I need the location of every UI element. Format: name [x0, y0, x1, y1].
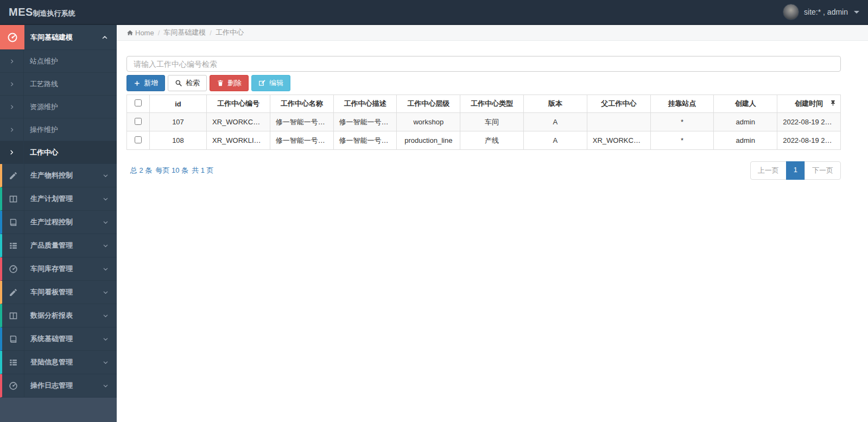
user-menu[interactable]: site:* , admin — [783, 4, 859, 20]
caret-down-icon — [854, 11, 859, 14]
sidebar-group-label: 车间基础建模 — [24, 25, 102, 49]
sidebar-item-label: 登陆信息管理 — [24, 351, 103, 374]
column-header-parent: 父工作中心 — [587, 95, 650, 113]
row-select-cell — [127, 131, 150, 150]
edit-button[interactable]: 编辑 — [251, 75, 290, 91]
sidebar-item-label: 工作中心 — [24, 141, 117, 163]
search-input[interactable] — [126, 56, 841, 72]
column-header-code: 工作中心编号 — [207, 95, 270, 113]
page-count-label: 共 1 页 — [192, 166, 213, 175]
row-checkbox[interactable] — [135, 136, 142, 143]
sidebar-item-label: 生产计划管理 — [24, 187, 103, 210]
chevron-down-icon — [103, 351, 117, 374]
breadcrumb-current: 工作中心 — [216, 28, 244, 37]
column-header-creator: 创建人 — [714, 95, 777, 113]
sidebar-item-label: 工艺路线 — [24, 73, 117, 95]
sidebar-item-label: 资源维护 — [24, 96, 117, 118]
sidebar-item-workshop-kanban-management[interactable]: 车间看板管理 — [0, 281, 117, 304]
sidebar-item-label: 车间看板管理 — [24, 281, 103, 304]
sidebar-item-production-plan-management[interactable]: 生产计划管理 — [0, 187, 117, 211]
search-button-label: 检索 — [186, 78, 200, 88]
chevron-down-icon — [103, 374, 117, 397]
header-select-all — [127, 95, 150, 113]
sidebar-item-operation-log-management[interactable]: 操作日志管理 — [0, 374, 117, 398]
column-header-id: id — [150, 95, 207, 113]
sidebar-item-production-material-control[interactable]: 生产物料控制 — [0, 164, 117, 187]
search-icon — [175, 79, 182, 87]
edit-button-label: 编辑 — [269, 78, 283, 88]
chevron-down-icon — [103, 234, 117, 257]
breadcrumb-level1[interactable]: 车间基础建模 — [163, 28, 206, 37]
chevron-right-icon — [0, 96, 24, 118]
trash-icon — [217, 79, 224, 87]
delete-button-label: 删除 — [227, 78, 242, 88]
sidebar-item-data-analysis-report[interactable]: 数据分析报表 — [0, 304, 117, 327]
breadcrumb-separator: / — [210, 29, 212, 37]
toolbar: 新增 检索 删除 编辑 — [126, 75, 841, 91]
sidebar-item-process-route[interactable]: 工艺路线 — [0, 73, 117, 96]
select-all-checkbox[interactable] — [135, 99, 142, 106]
sidebar-item-production-process-control[interactable]: 生产过程控制 — [0, 211, 117, 234]
sidebar-item-label: 生产物料控制 — [24, 164, 103, 187]
column-header-create-time: 创建时间 — [777, 95, 841, 113]
table-row[interactable]: 108 XR_WORKLINE... 修一智能一号S... 修一智能一号S...… — [127, 131, 841, 150]
sidebar-group-workshop-modeling[interactable]: 车间基础建模 — [0, 25, 117, 50]
chevron-down-icon — [103, 257, 117, 280]
pagination: 上一页 1 下一页 — [751, 161, 841, 180]
chevron-right-icon — [0, 118, 24, 141]
chevron-down-icon — [103, 211, 117, 234]
column-header-type: 工作中心类型 — [460, 95, 524, 113]
row-checkbox[interactable] — [135, 118, 142, 125]
edit-icon — [2, 281, 24, 304]
row-select-cell — [127, 113, 150, 131]
topbar: MES制造执行系统 site:* , admin — [0, 0, 868, 25]
page-size-selector[interactable]: 每页 10 条 — [155, 166, 188, 175]
sidebar-item-label: 操作维护 — [24, 118, 117, 141]
add-button-label: 新增 — [144, 78, 158, 88]
breadcrumb-separator: / — [158, 29, 160, 37]
sidebar-item-operation-maintenance[interactable]: 操作维护 — [0, 118, 117, 141]
column-header-site: 挂靠站点 — [650, 95, 714, 113]
list-icon — [2, 234, 24, 257]
sidebar-item-label: 站点维护 — [24, 50, 117, 72]
sidebar-item-site-maintenance[interactable]: 站点维护 — [0, 50, 117, 73]
sidebar-item-login-info-management[interactable]: 登陆信息管理 — [0, 351, 117, 374]
sidebar-item-label: 生产过程控制 — [24, 211, 103, 234]
logo-main: MES — [9, 6, 33, 18]
sidebar-item-label: 产品质量管理 — [24, 234, 103, 257]
table-row[interactable]: 107 XR_WORKCEN... 修一智能一号车间 修一智能一号车间 work… — [127, 113, 841, 131]
sidebar-item-resource-maintenance[interactable]: 资源维护 — [0, 96, 117, 118]
dashboard-icon — [2, 257, 24, 280]
delete-button[interactable]: 删除 — [210, 75, 249, 91]
prev-page-button[interactable]: 上一页 — [750, 161, 787, 180]
chevron-down-icon — [103, 281, 117, 304]
sidebar-item-work-center[interactable]: 工作中心 — [0, 141, 117, 164]
add-button[interactable]: 新增 — [126, 75, 165, 91]
chevron-down-icon — [103, 304, 117, 327]
next-page-button[interactable]: 下一页 — [804, 161, 841, 180]
sidebar-item-workshop-inventory-management[interactable]: 车间库存管理 — [0, 257, 117, 281]
column-header-version: 版本 — [523, 95, 587, 113]
chevron-down-icon — [103, 164, 117, 187]
column-header-name: 工作中心名称 — [270, 95, 333, 113]
dashboard-icon — [0, 25, 24, 49]
breadcrumb: Home / 车间基础建模 / 工作中心 — [117, 25, 868, 41]
sidebar-item-label: 数据分析报表 — [24, 304, 103, 327]
column-header-create-time-label: 创建时间 — [795, 99, 823, 108]
sidebar-item-system-basic-management[interactable]: 系统基础管理 — [0, 327, 117, 351]
content-area: 新增 检索 删除 编辑 id 工作中心 — [117, 56, 868, 180]
search-button[interactable]: 检索 — [168, 75, 207, 91]
breadcrumb-home[interactable]: Home — [135, 29, 154, 37]
logo-suffix: 制造执行系统 — [33, 9, 75, 18]
sidebar-item-label: 车间库存管理 — [24, 257, 103, 280]
table-header-row: id 工作中心编号 工作中心名称 工作中心描述 工作中心层级 工作中心类型 版本… — [127, 95, 841, 113]
chevron-up-icon — [102, 25, 117, 49]
book-icon — [2, 327, 24, 350]
page-1-button[interactable]: 1 — [786, 161, 805, 180]
edit-icon — [2, 164, 24, 187]
pin-icon[interactable] — [829, 99, 837, 108]
sidebar-item-label: 系统基础管理 — [24, 327, 103, 350]
sidebar-item-product-quality-management[interactable]: 产品质量管理 — [0, 234, 117, 257]
chevron-right-icon — [0, 50, 24, 72]
list-icon — [2, 351, 24, 374]
